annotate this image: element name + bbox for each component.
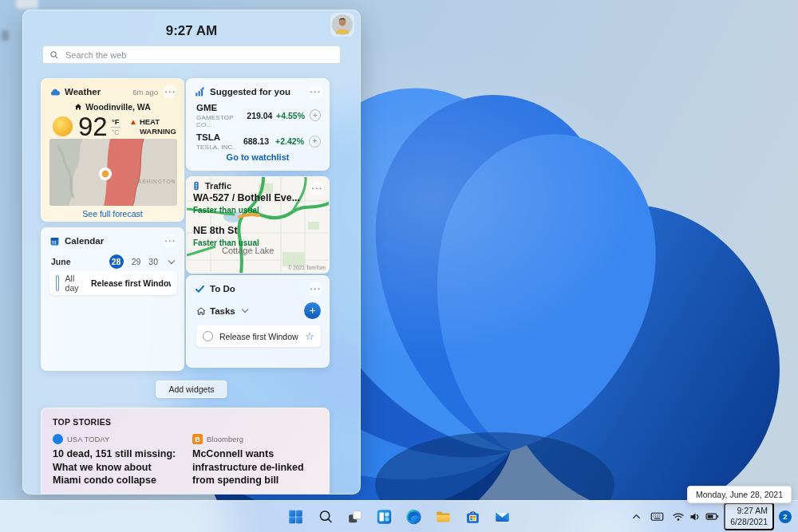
- go-to-watchlist-link[interactable]: Go to watchlist: [187, 152, 329, 162]
- news-source: Bloomberg: [207, 435, 243, 443]
- account-avatar[interactable]: [330, 13, 354, 37]
- calendar-widget[interactable]: Calendar June 28 29 30 All day Release f…: [41, 227, 184, 371]
- news-article[interactable]: USA TODAY 10 dead, 151 still missing: Wh…: [53, 434, 178, 487]
- todo-list-name[interactable]: Tasks: [210, 306, 235, 316]
- touch-keyboard-button[interactable]: [647, 505, 667, 529]
- traffic-widget[interactable]: Traffic WA-527 / Bothell Eve... Faster t…: [186, 176, 330, 274]
- todo-title: To Do: [210, 284, 235, 294]
- stock-price: 688.13: [243, 136, 269, 146]
- news-headline[interactable]: 10 dead, 151 still missing: What we know…: [53, 447, 178, 487]
- calendar-day-selected[interactable]: 28: [109, 254, 124, 269]
- stock-price: 219.04: [247, 111, 272, 120]
- windows-logo-icon: [287, 508, 305, 526]
- microsoft-store-button[interactable]: [460, 503, 487, 530]
- weather-widget[interactable]: Weather 6m ago Woodinville, WA 92 °F °C: [41, 78, 184, 222]
- star-icon[interactable]: ☆: [305, 331, 314, 341]
- stock-row-tsla[interactable]: TSLA TESLA, INC. 688.13 +2.42%: [187, 128, 329, 151]
- event-title: Release first Windows 1...: [91, 278, 171, 288]
- stock-symbol: GME: [196, 103, 247, 114]
- file-explorer-button[interactable]: [430, 503, 457, 530]
- warning-icon: ▲: [129, 117, 137, 126]
- weather-location: Woodinville, WA: [85, 102, 150, 112]
- calendar-day[interactable]: 29: [132, 257, 141, 266]
- task-view-button[interactable]: [342, 503, 369, 530]
- event-color-bar: [56, 275, 59, 291]
- calendar-icon: [49, 236, 60, 246]
- temperature-value: 92: [78, 113, 108, 140]
- unit-celsius[interactable]: °C: [112, 128, 120, 136]
- weather-title: Weather: [65, 87, 101, 97]
- add-task-button[interactable]: +: [304, 302, 321, 319]
- todo-widget[interactable]: To Do Tasks + Release first Windows 11..…: [186, 275, 330, 368]
- add-to-watchlist-button[interactable]: [309, 136, 321, 148]
- top-stories-header: TOP STORIES: [41, 408, 329, 427]
- widgets-panel: 9:27 AM Weather 6m: [22, 10, 361, 495]
- widgets-icon: [376, 508, 393, 526]
- start-button[interactable]: [282, 503, 310, 530]
- stock-name: TESLA, INC.: [196, 144, 235, 151]
- stocks-title: Suggested for you: [210, 87, 290, 97]
- stocks-widget[interactable]: Suggested for you GME GAMESTOP CO... 219…: [186, 78, 330, 171]
- event-time: All day: [65, 274, 85, 293]
- unit-fahrenheit[interactable]: °F: [112, 117, 120, 126]
- tray-chevron-button[interactable]: [627, 505, 646, 529]
- desktop-icon-remnant: [2, 30, 9, 41]
- traffic-title: Traffic: [205, 181, 231, 191]
- task-title: Release first Windows 11...: [219, 332, 298, 341]
- system-tray-status[interactable]: [669, 505, 722, 529]
- calendar-more-button[interactable]: [163, 234, 177, 248]
- todo-more-button[interactable]: [308, 282, 322, 296]
- todo-check-icon: [195, 284, 205, 294]
- traffic-light-icon: [192, 181, 201, 191]
- todo-task-row[interactable]: Release first Windows 11... ☆: [196, 325, 321, 347]
- widgets-button[interactable]: [371, 503, 398, 530]
- search-bar[interactable]: [42, 45, 341, 64]
- chevron-down-icon[interactable]: [242, 306, 248, 313]
- map-attribution: © 2021 TomTom: [288, 265, 326, 270]
- search-icon: [317, 508, 334, 525]
- weather-more-button[interactable]: [163, 85, 177, 99]
- notification-badge[interactable]: 2: [779, 510, 792, 523]
- avatar: [332, 14, 353, 35]
- task-checkbox[interactable]: [203, 331, 213, 341]
- see-full-forecast-link[interactable]: See full forecast: [41, 209, 184, 219]
- bloomberg-logo-icon: [192, 434, 203, 444]
- volume-icon: [689, 510, 701, 523]
- unit-toggle[interactable]: °F °C: [111, 117, 120, 136]
- add-to-watchlist-button[interactable]: [310, 109, 321, 121]
- desktop-icon-remnant: [16, 0, 38, 9]
- clock-time: 9:27 AM: [737, 506, 768, 517]
- stocks-more-button[interactable]: [308, 85, 322, 99]
- desktop: 9:27 AM Weather 6m: [0, 0, 798, 532]
- news-source: USA TODAY: [67, 435, 109, 443]
- folder-icon: [435, 508, 452, 526]
- search-input[interactable]: [64, 49, 334, 61]
- calendar-event[interactable]: All day Release first Windows 1...: [49, 271, 177, 295]
- calendar-month: June: [51, 257, 71, 266]
- sunny-icon: [53, 116, 73, 136]
- stock-row-gme[interactable]: GME GAMESTOP CO... 219.04 +4.55%: [187, 99, 329, 128]
- mail-button[interactable]: [489, 503, 516, 530]
- weather-updated: 6m ago: [132, 88, 158, 97]
- weather-map[interactable]: WASHINGTON: [49, 139, 177, 206]
- taskbar-search-button[interactable]: [312, 503, 339, 530]
- weather-map-image: WASHINGTON: [49, 139, 177, 206]
- chevron-down-icon[interactable]: [168, 257, 175, 263]
- stock-name: GAMESTOP CO...: [196, 114, 247, 128]
- panel-clock: 9:27 AM: [23, 23, 360, 39]
- add-widgets-button[interactable]: Add widgets: [156, 380, 227, 398]
- clock-date: 6/28/2021: [730, 517, 768, 528]
- stock-symbol: TSLA: [196, 132, 235, 144]
- calendar-day[interactable]: 30: [148, 257, 158, 266]
- news-article[interactable]: Bloomberg McConnell wants infrastructure…: [192, 434, 318, 487]
- taskbar-clock[interactable]: 9:27 AM 6/28/2021: [724, 502, 774, 530]
- traffic-more-button[interactable]: [310, 181, 324, 195]
- chevron-up-icon: [630, 510, 642, 522]
- stock-change: +4.55%: [272, 111, 305, 120]
- news-headline[interactable]: McConnell wants infrastructure de-linked…: [192, 447, 318, 487]
- taskbar: 9:27 AM 6/28/2021 2: [0, 500, 798, 532]
- edge-browser-button[interactable]: [401, 503, 428, 530]
- task-view-icon: [346, 508, 364, 526]
- calendar-title: Calendar: [65, 236, 104, 246]
- keyboard-icon: [650, 510, 664, 523]
